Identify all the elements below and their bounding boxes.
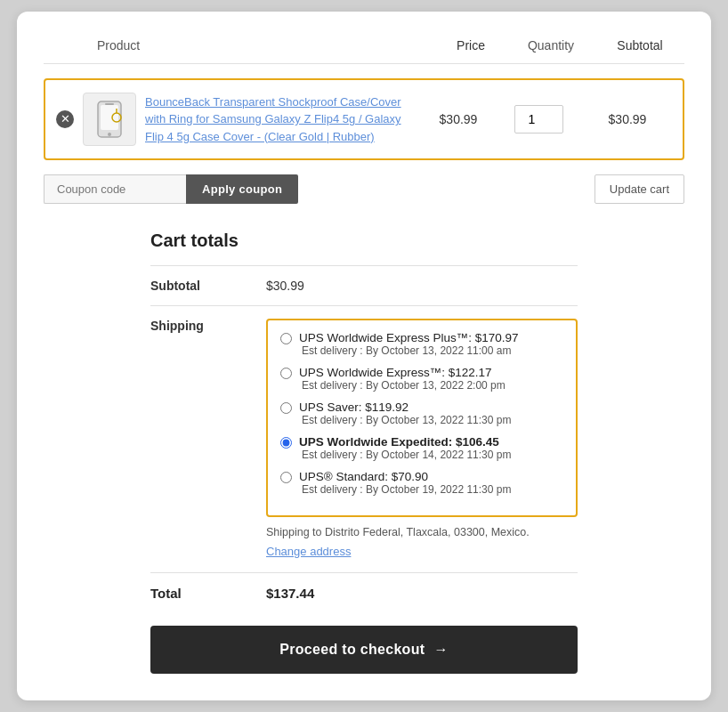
checkout-arrow: → [433, 642, 448, 658]
coupon-left: Apply coupon [44, 174, 298, 204]
shipping-option-4-delivery: Est delivery : By October 14, 2022 11:30… [302, 449, 563, 461]
header-quantity: Quantity [506, 38, 595, 53]
product-name-link[interactable]: BounceBack Transparent Shockproof Case/C… [145, 93, 423, 146]
cart-row-quantity-cell [494, 105, 583, 134]
shipping-radio-2[interactable] [280, 368, 292, 379]
remove-item-button[interactable]: ✕ [56, 110, 74, 128]
cart-row-price: $30.99 [423, 112, 494, 126]
shipping-address: Shipping to Distrito Federal, Tlaxcala, … [266, 524, 578, 561]
apply-coupon-button[interactable]: Apply coupon [186, 174, 298, 204]
shipping-options-container: UPS Worldwide Express Plus™: $170.97 Est… [266, 319, 578, 561]
cart-totals-title: Cart totals [150, 231, 578, 251]
shipping-option-4: UPS Worldwide Expedited: $106.45 Est del… [280, 435, 563, 461]
total-value: $137.44 [266, 586, 578, 601]
subtotal-value: $30.99 [266, 279, 578, 293]
svg-rect-3 [105, 103, 114, 105]
shipping-option-1: UPS Worldwide Express Plus™: $170.97 Est… [280, 331, 563, 357]
shipping-option-1-label[interactable]: UPS Worldwide Express Plus™: $170.97 [280, 331, 563, 344]
shipping-option-4-name: UPS Worldwide Expedited: $106.45 [299, 435, 499, 449]
cart-table-header: Product Price Quantity Subtotal [44, 38, 684, 64]
shipping-option-3-delivery: Est delivery : By October 13, 2022 11:30… [302, 414, 563, 426]
shipping-option-3-label[interactable]: UPS Saver: $119.92 [280, 400, 563, 414]
change-address-link[interactable]: Change address [266, 543, 351, 561]
shipping-radio-4[interactable] [280, 437, 292, 449]
cart-page: Product Price Quantity Subtotal ✕ Bounce… [17, 12, 711, 701]
checkout-btn-row: Proceed to checkout → [150, 626, 578, 674]
shipping-radio-5[interactable] [280, 472, 292, 483]
shipping-option-2-label[interactable]: UPS Worldwide Express™: $122.17 [280, 366, 563, 379]
cart-totals-section: Cart totals Subtotal $30.99 Shipping UPS… [150, 231, 578, 675]
shipping-option-2-delivery: Est delivery : By October 13, 2022 2:00 … [302, 379, 563, 392]
shipping-option-2: UPS Worldwide Express™: $122.17 Est deli… [280, 366, 563, 392]
cart-row: ✕ BounceBack Transparent Shockproof Case… [44, 78, 684, 160]
product-image [83, 93, 136, 146]
shipping-options-box: UPS Worldwide Express Plus™: $170.97 Est… [266, 319, 578, 517]
cart-row-subtotal: $30.99 [583, 112, 672, 126]
product-image-svg [87, 97, 132, 142]
shipping-option-5-delivery: Est delivery : By October 19, 2022 11:30… [302, 483, 563, 496]
shipping-option-5: UPS® Standard: $70.90 Est delivery : By … [280, 470, 563, 496]
shipping-option-4-label[interactable]: UPS Worldwide Expedited: $106.45 [280, 435, 563, 449]
total-label: Total [150, 586, 266, 601]
shipping-radio-1[interactable] [280, 333, 292, 344]
subtotal-label: Subtotal [150, 279, 266, 293]
header-subtotal: Subtotal [595, 38, 684, 53]
total-row: Total $137.44 [150, 572, 578, 613]
shipping-radio-3[interactable] [280, 402, 292, 414]
shipping-option-1-name: UPS Worldwide Express Plus™: $170.97 [299, 331, 519, 344]
shipping-option-5-name: UPS® Standard: $70.90 [299, 470, 428, 483]
shipping-option-5-label[interactable]: UPS® Standard: $70.90 [280, 470, 563, 483]
svg-point-2 [108, 133, 111, 136]
shipping-option-3: UPS Saver: $119.92 Est delivery : By Oct… [280, 400, 563, 426]
header-price: Price [435, 38, 506, 53]
shipping-row: Shipping UPS Worldwide Express Plus™: $1… [150, 305, 578, 573]
checkout-button[interactable]: Proceed to checkout → [150, 626, 578, 674]
header-product: Product [44, 38, 435, 53]
update-cart-button[interactable]: Update cart [595, 174, 684, 204]
subtotal-row: Subtotal $30.99 [150, 265, 578, 305]
coupon-row: Apply coupon Update cart [44, 174, 684, 204]
svg-rect-1 [101, 105, 118, 130]
shipping-label: Shipping [150, 319, 266, 333]
shipping-option-3-name: UPS Saver: $119.92 [299, 400, 408, 414]
cart-row-product-cell: ✕ BounceBack Transparent Shockproof Case… [56, 93, 423, 146]
quantity-input[interactable] [514, 105, 563, 134]
coupon-input[interactable] [44, 174, 186, 204]
shipping-address-text: Shipping to Distrito Federal, Tlaxcala, … [266, 526, 530, 538]
checkout-label: Proceed to checkout [279, 642, 425, 658]
shipping-option-2-name: UPS Worldwide Express™: $122.17 [299, 366, 492, 379]
shipping-option-1-delivery: Est delivery : By October 13, 2022 11:00… [302, 344, 563, 357]
